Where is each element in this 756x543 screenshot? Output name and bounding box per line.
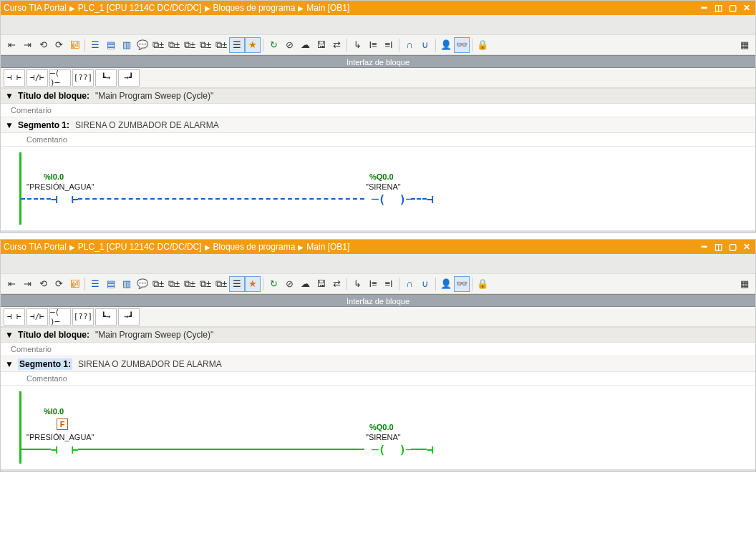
minimize-button[interactable]: ━ — [698, 242, 709, 252]
segment-comment[interactable]: Comentario — [1, 133, 755, 147]
palette-branch-close[interactable]: →┛ — [118, 69, 140, 87]
tool-btn-26[interactable]: ∪ — [417, 37, 433, 53]
maximize-button[interactable]: ▢ — [727, 3, 738, 13]
monitor-button[interactable]: 👓 — [454, 37, 470, 53]
interface-bar[interactable]: Interfaz de bloque — [1, 294, 755, 307]
tool-btn-18[interactable]: ⊘ — [281, 276, 297, 292]
block-comment[interactable]: Comentario — [1, 343, 755, 356]
tool-btn-15[interactable]: ☰ — [229, 276, 245, 292]
palette-branch-close[interactable]: →┛ — [118, 308, 140, 326]
segment-desc[interactable]: SIRENA O ZUMBADOR DE ALARMA — [78, 359, 222, 369]
output-symbol[interactable]: "SIRENA" — [366, 182, 401, 191]
tool-btn-1[interactable]: ⇤ — [4, 37, 19, 53]
tool-btn-22[interactable]: ↳ — [349, 276, 365, 292]
palette-box[interactable]: [??] — [72, 308, 94, 326]
tool-btn-6[interactable]: ☰ — [87, 276, 103, 292]
breadcrumb-block[interactable]: Main [OB1] — [306, 242, 349, 252]
output-symbol[interactable]: "SIRENA" — [366, 433, 401, 441]
palette-nopen[interactable]: ⊣ ⊢ — [4, 69, 25, 87]
palette-coil[interactable]: ─( )─ — [49, 308, 71, 326]
block-comment[interactable]: Comentario — [1, 104, 755, 117]
tool-btn-2[interactable]: ⇥ — [19, 37, 35, 53]
tool-btn-27[interactable]: 👤 — [438, 276, 454, 292]
tool-btn-7[interactable]: ▤ — [103, 276, 119, 292]
palette-branch-open[interactable]: ┗→ — [95, 308, 117, 326]
tool-btn-22[interactable]: ↳ — [349, 37, 365, 53]
breadcrumb-folder[interactable]: Bloques de programa — [213, 242, 296, 252]
tool-btn-9[interactable]: 💬 — [135, 37, 150, 53]
go-online-button[interactable]: ↻ — [266, 37, 281, 53]
ladder-network[interactable]: %I0.0 "PRESIÓN_AGUA" ⊣ ⊢ %Q0.0 "SIRENA" … — [1, 147, 755, 233]
breadcrumb-plc[interactable]: PLC_1 [CPU 1214C DC/DC/DC] — [78, 242, 202, 252]
tool-btn-14[interactable]: ⧉± — [213, 276, 229, 292]
tool-btn-right[interactable]: ▦ — [737, 37, 752, 53]
input-address[interactable]: %I0.0 — [44, 407, 64, 416]
tool-btn-12[interactable]: ⧉± — [182, 276, 198, 292]
tool-btn-25[interactable]: ∩ — [402, 37, 417, 53]
tool-btn-19[interactable]: ☁ — [297, 37, 313, 53]
tool-btn-23[interactable]: I≡ — [365, 276, 381, 292]
tool-btn-13[interactable]: ⧉± — [198, 276, 213, 292]
interface-bar[interactable]: Interfaz de bloque — [1, 55, 755, 68]
tool-btn-24[interactable]: ≡I — [381, 37, 397, 53]
float-button[interactable]: ◫ — [712, 3, 724, 13]
tool-btn-10[interactable]: ⧉± — [150, 276, 166, 292]
disclosure-icon[interactable]: ▼ — [5, 359, 12, 369]
tool-btn-24[interactable]: ≡I — [381, 276, 397, 292]
tool-btn-15[interactable]: ☰ — [229, 37, 245, 53]
breadcrumb-root[interactable]: Curso TIA Portal — [4, 3, 67, 13]
tool-btn-3[interactable]: ⟲ — [35, 276, 51, 292]
tool-btn-5[interactable]: 🗟 — [67, 276, 82, 292]
breadcrumb-block[interactable]: Main [OB1] — [306, 3, 349, 13]
block-title-value[interactable]: "Main Program Sweep (Cycle)" — [95, 91, 213, 101]
tool-btn-7[interactable]: ▤ — [103, 37, 119, 53]
palette-branch-open[interactable]: ┗→ — [95, 69, 117, 87]
tool-btn-21[interactable]: ⇄ — [329, 37, 344, 53]
tool-btn-27[interactable]: 👤 — [438, 37, 454, 53]
tool-btn-4[interactable]: ⟳ — [51, 37, 67, 53]
tool-btn-2[interactable]: ⇥ — [19, 276, 35, 292]
no-contact[interactable]: ⊣ ⊢ — [51, 192, 79, 206]
minimize-button[interactable]: ━ — [698, 3, 709, 13]
tool-btn-13[interactable]: ⧉± — [198, 37, 213, 53]
tool-btn-19[interactable]: ☁ — [297, 276, 313, 292]
tool-btn-5[interactable]: 🗟 — [67, 37, 82, 53]
tool-btn-11[interactable]: ⧉± — [166, 37, 182, 53]
output-address[interactable]: %Q0.0 — [369, 423, 394, 431]
disclosure-icon[interactable]: ▼ — [5, 120, 12, 130]
tool-btn-18[interactable]: ⊘ — [281, 37, 297, 53]
no-contact[interactable]: ⊣ ⊢ — [51, 443, 79, 456]
disclosure-icon[interactable]: ▼ — [5, 91, 12, 101]
tool-btn-21[interactable]: ⇄ — [329, 276, 344, 292]
tool-btn-10[interactable]: ⧉± — [150, 37, 166, 53]
coil[interactable]: ─( )─ — [372, 192, 413, 206]
segment-desc[interactable]: SIRENA O ZUMBADOR DE ALARMA — [75, 120, 219, 130]
tool-btn-1[interactable]: ⇤ — [4, 276, 19, 292]
tool-btn-8[interactable]: ▥ — [119, 276, 135, 292]
float-button[interactable]: ◫ — [712, 242, 724, 252]
tool-btn-25[interactable]: ∩ — [402, 276, 417, 292]
monitor-button[interactable]: 👓 — [454, 276, 470, 292]
tool-btn-20[interactable]: 🖫 — [313, 37, 329, 53]
close-button[interactable]: ✕ — [741, 242, 752, 252]
tool-btn-23[interactable]: I≡ — [365, 37, 381, 53]
tool-btn-16[interactable]: ★ — [245, 276, 261, 292]
ladder-network-online[interactable]: %I0.0 F "PRESIÓN_AGUA" ⊣ ⊢ %Q0.0 "SIRENA… — [1, 386, 755, 471]
palette-coil[interactable]: ─( )─ — [49, 69, 71, 87]
tool-btn-20[interactable]: 🖫 — [313, 276, 329, 292]
segment-label[interactable]: Segmento 1: — [18, 120, 69, 130]
tool-btn-4[interactable]: ⟳ — [51, 276, 67, 292]
disclosure-icon[interactable]: ▼ — [5, 330, 12, 340]
breadcrumb-root[interactable]: Curso TIA Portal — [4, 242, 67, 252]
palette-nclosed[interactable]: ⊣/⊢ — [26, 308, 48, 326]
tool-btn-6[interactable]: ☰ — [87, 37, 103, 53]
tool-btn-29[interactable]: 🔒 — [475, 37, 490, 53]
output-address[interactable]: %Q0.0 — [369, 172, 394, 181]
tool-btn-26[interactable]: ∪ — [417, 276, 433, 292]
close-button[interactable]: ✕ — [741, 3, 752, 13]
tool-btn-8[interactable]: ▥ — [119, 37, 135, 53]
tool-btn-9[interactable]: 💬 — [135, 276, 150, 292]
breadcrumb-plc[interactable]: PLC_1 [CPU 1214C DC/DC/DC] — [78, 3, 202, 13]
tool-btn-3[interactable]: ⟲ — [35, 37, 51, 53]
palette-nopen[interactable]: ⊣ ⊢ — [4, 308, 25, 326]
